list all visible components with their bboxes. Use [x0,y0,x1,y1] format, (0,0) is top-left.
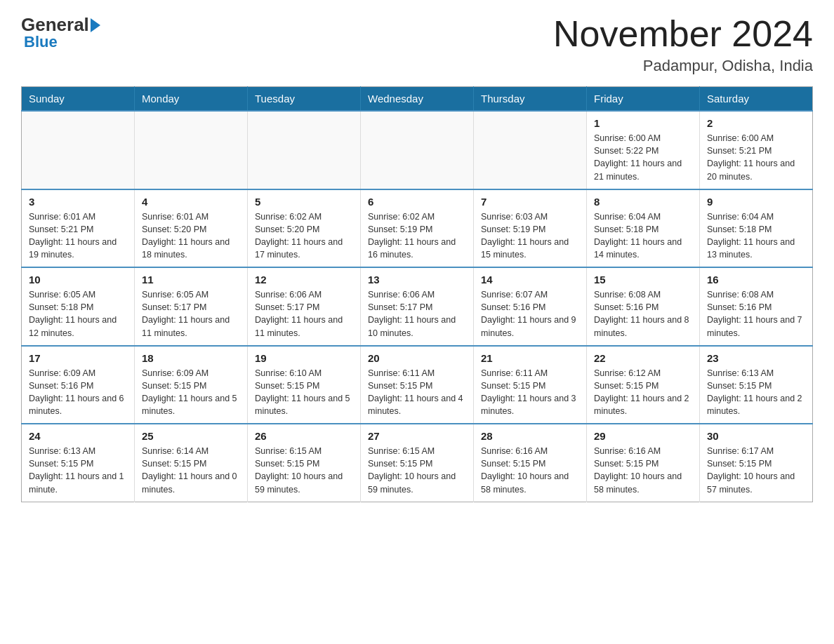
day-info: Sunrise: 6:09 AMSunset: 5:15 PMDaylight:… [142,367,240,418]
day-info: Sunrise: 6:11 AMSunset: 5:15 PMDaylight:… [368,367,466,418]
day-info: Sunrise: 6:14 AMSunset: 5:15 PMDaylight:… [142,445,240,496]
day-info: Sunrise: 6:11 AMSunset: 5:15 PMDaylight:… [481,367,579,418]
calendar-week-5: 24Sunrise: 6:13 AMSunset: 5:15 PMDayligh… [22,424,813,502]
calendar-cell: 24Sunrise: 6:13 AMSunset: 5:15 PMDayligh… [22,424,135,502]
logo: General Blue [21,14,100,51]
day-info: Sunrise: 6:10 AMSunset: 5:15 PMDaylight:… [255,367,353,418]
calendar-cell: 26Sunrise: 6:15 AMSunset: 5:15 PMDayligh… [248,424,361,502]
day-number: 29 [594,430,692,442]
day-number: 5 [255,196,353,208]
day-info: Sunrise: 6:01 AMSunset: 5:20 PMDaylight:… [142,210,240,262]
calendar-cell: 4Sunrise: 6:01 AMSunset: 5:20 PMDaylight… [135,189,248,268]
day-info: Sunrise: 6:17 AMSunset: 5:15 PMDaylight:… [707,445,805,496]
calendar-cell: 28Sunrise: 6:16 AMSunset: 5:15 PMDayligh… [474,424,587,502]
calendar-cell [474,111,587,189]
day-number: 12 [255,274,353,286]
month-year: November 2024 [553,14,813,54]
weekday-header-monday: Monday [135,87,248,112]
calendar-cell: 21Sunrise: 6:11 AMSunset: 5:15 PMDayligh… [474,346,587,424]
calendar-cell [135,111,248,189]
calendar-cell: 15Sunrise: 6:08 AMSunset: 5:16 PMDayligh… [587,267,700,346]
day-info: Sunrise: 6:09 AMSunset: 5:16 PMDaylight:… [29,367,127,418]
calendar-cell [361,111,474,189]
day-info: Sunrise: 6:04 AMSunset: 5:18 PMDaylight:… [707,210,805,262]
day-number: 3 [29,196,127,208]
day-info: Sunrise: 6:06 AMSunset: 5:17 PMDaylight:… [255,288,353,340]
day-info: Sunrise: 6:01 AMSunset: 5:21 PMDaylight:… [29,210,127,262]
day-number: 20 [368,352,466,364]
day-number: 9 [707,196,805,208]
day-info: Sunrise: 6:13 AMSunset: 5:15 PMDaylight:… [707,367,805,418]
calendar-title: November 2024 Padampur, Odisha, India [553,14,813,75]
day-info: Sunrise: 6:16 AMSunset: 5:15 PMDaylight:… [481,445,579,496]
day-number: 16 [707,274,805,286]
day-number: 22 [594,352,692,364]
day-number: 11 [142,274,240,286]
weekday-header-friday: Friday [587,87,700,112]
day-info: Sunrise: 6:16 AMSunset: 5:15 PMDaylight:… [594,445,692,496]
calendar-cell: 11Sunrise: 6:05 AMSunset: 5:17 PMDayligh… [135,267,248,346]
calendar-cell: 23Sunrise: 6:13 AMSunset: 5:15 PMDayligh… [700,346,813,424]
calendar-cell: 25Sunrise: 6:14 AMSunset: 5:15 PMDayligh… [135,424,248,502]
day-number: 27 [368,430,466,442]
day-number: 8 [594,196,692,208]
day-info: Sunrise: 6:06 AMSunset: 5:17 PMDaylight:… [368,288,466,340]
day-number: 28 [481,430,579,442]
calendar-week-3: 10Sunrise: 6:05 AMSunset: 5:18 PMDayligh… [22,267,813,346]
calendar-cell: 13Sunrise: 6:06 AMSunset: 5:17 PMDayligh… [361,267,474,346]
calendar-table: SundayMondayTuesdayWednesdayThursdayFrid… [21,86,813,502]
calendar-cell: 3Sunrise: 6:01 AMSunset: 5:21 PMDaylight… [22,189,135,268]
day-info: Sunrise: 6:02 AMSunset: 5:19 PMDaylight:… [368,210,466,262]
calendar-week-4: 17Sunrise: 6:09 AMSunset: 5:16 PMDayligh… [22,346,813,424]
day-info: Sunrise: 6:04 AMSunset: 5:18 PMDaylight:… [594,210,692,262]
calendar-cell: 27Sunrise: 6:15 AMSunset: 5:15 PMDayligh… [361,424,474,502]
calendar-cell: 7Sunrise: 6:03 AMSunset: 5:19 PMDaylight… [474,189,587,268]
weekday-header-tuesday: Tuesday [248,87,361,112]
day-number: 10 [29,274,127,286]
calendar-week-2: 3Sunrise: 6:01 AMSunset: 5:21 PMDaylight… [22,189,813,268]
calendar-cell: 12Sunrise: 6:06 AMSunset: 5:17 PMDayligh… [248,267,361,346]
day-number: 26 [255,430,353,442]
day-number: 4 [142,196,240,208]
calendar-cell: 9Sunrise: 6:04 AMSunset: 5:18 PMDaylight… [700,189,813,268]
day-info: Sunrise: 6:13 AMSunset: 5:15 PMDaylight:… [29,445,127,496]
day-number: 6 [368,196,466,208]
calendar-week-1: 1Sunrise: 6:00 AMSunset: 5:22 PMDaylight… [22,111,813,189]
day-info: Sunrise: 6:07 AMSunset: 5:16 PMDaylight:… [481,288,579,340]
day-number: 1 [594,117,692,129]
calendar-cell: 30Sunrise: 6:17 AMSunset: 5:15 PMDayligh… [700,424,813,502]
calendar-cell: 22Sunrise: 6:12 AMSunset: 5:15 PMDayligh… [587,346,700,424]
calendar-cell: 1Sunrise: 6:00 AMSunset: 5:22 PMDaylight… [587,111,700,189]
calendar-cell: 16Sunrise: 6:08 AMSunset: 5:16 PMDayligh… [700,267,813,346]
calendar-cell: 10Sunrise: 6:05 AMSunset: 5:18 PMDayligh… [22,267,135,346]
day-number: 23 [707,352,805,364]
day-number: 2 [707,117,805,129]
day-info: Sunrise: 6:00 AMSunset: 5:22 PMDaylight:… [594,132,692,183]
day-number: 19 [255,352,353,364]
day-number: 7 [481,196,579,208]
header: General Blue November 2024 Padampur, Odi… [21,14,813,75]
logo-blue-text: Blue [24,33,58,51]
day-number: 25 [142,430,240,442]
day-number: 14 [481,274,579,286]
calendar-cell: 2Sunrise: 6:00 AMSunset: 5:21 PMDaylight… [700,111,813,189]
day-number: 24 [29,430,127,442]
weekday-header-wednesday: Wednesday [361,87,474,112]
calendar-cell: 8Sunrise: 6:04 AMSunset: 5:18 PMDaylight… [587,189,700,268]
day-number: 30 [707,430,805,442]
day-info: Sunrise: 6:03 AMSunset: 5:19 PMDaylight:… [481,210,579,262]
day-number: 21 [481,352,579,364]
day-number: 15 [594,274,692,286]
day-info: Sunrise: 6:02 AMSunset: 5:20 PMDaylight:… [255,210,353,262]
weekday-header-saturday: Saturday [700,87,813,112]
logo-arrow-icon [91,18,100,32]
weekday-header-sunday: Sunday [22,87,135,112]
day-info: Sunrise: 6:12 AMSunset: 5:15 PMDaylight:… [594,367,692,418]
day-info: Sunrise: 6:05 AMSunset: 5:18 PMDaylight:… [29,288,127,340]
calendar-cell [248,111,361,189]
calendar-cell: 14Sunrise: 6:07 AMSunset: 5:16 PMDayligh… [474,267,587,346]
day-number: 13 [368,274,466,286]
calendar-cell: 6Sunrise: 6:02 AMSunset: 5:19 PMDaylight… [361,189,474,268]
day-number: 17 [29,352,127,364]
calendar-cell: 17Sunrise: 6:09 AMSunset: 5:16 PMDayligh… [22,346,135,424]
